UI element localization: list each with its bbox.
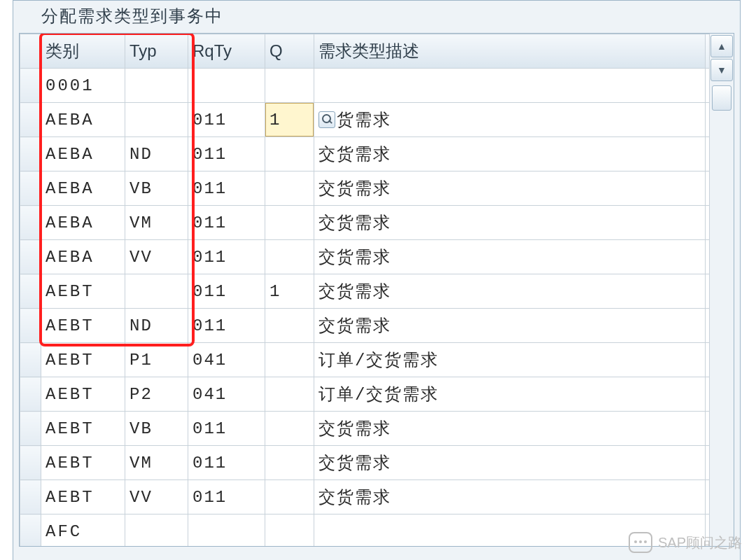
col-rqty[interactable]: RqTy: [188, 34, 265, 69]
table-row: AEBTP2041订单/交货需求: [20, 377, 734, 412]
table-header-row: 类别 Typ RqTy Q 需求类型描述: [20, 34, 734, 69]
cell-desc-text: 货需求: [337, 111, 391, 130]
cell-q[interactable]: [265, 69, 314, 103]
cell-rqty[interactable]: 011: [188, 274, 265, 309]
cell-q[interactable]: [265, 514, 314, 547]
cell-desc[interactable]: 交货需求: [314, 274, 706, 309]
cell-desc[interactable]: 货需求: [314, 103, 706, 137]
cell-category[interactable]: AEBT: [41, 412, 125, 446]
cell-typ[interactable]: VB: [125, 412, 188, 446]
cell-desc[interactable]: [314, 69, 706, 103]
col-typ[interactable]: Typ: [125, 34, 188, 69]
cell-category[interactable]: AEBT: [41, 274, 125, 309]
cell-desc[interactable]: 交货需求: [314, 137, 706, 172]
cell-desc[interactable]: 交货需求: [314, 240, 706, 274]
cell-rqty[interactable]: 011: [188, 309, 265, 343]
cell-rqty[interactable]: [188, 69, 265, 103]
cell-typ[interactable]: [125, 274, 188, 309]
cell-category[interactable]: 0001: [41, 69, 125, 103]
cell-rqty[interactable]: [188, 514, 265, 547]
cell-typ[interactable]: P2: [125, 377, 188, 412]
cell-rqty[interactable]: 011: [188, 103, 265, 137]
cell-typ[interactable]: ND: [125, 309, 188, 343]
cell-typ[interactable]: [125, 103, 188, 137]
cell-category[interactable]: AEBA: [41, 172, 125, 206]
cell-q[interactable]: [265, 172, 314, 206]
requirement-type-table: 类别 Typ RqTy Q 需求类型描述 0001AEBA0111货需求AEBA…: [20, 34, 734, 547]
scroll-up-button[interactable]: ▲: [710, 35, 733, 57]
cell-typ[interactable]: VV: [125, 240, 188, 274]
row-selector[interactable]: [20, 309, 41, 343]
cell-desc[interactable]: 交货需求: [314, 309, 706, 343]
cell-desc[interactable]: 交货需求: [314, 412, 706, 446]
row-selector[interactable]: [20, 137, 41, 172]
cell-desc[interactable]: 交货需求: [314, 480, 706, 514]
row-selector[interactable]: [20, 514, 41, 547]
cell-q[interactable]: [265, 309, 314, 343]
row-selector[interactable]: [20, 480, 41, 514]
cell-category[interactable]: AEBT: [41, 377, 125, 412]
cell-q[interactable]: [265, 446, 314, 480]
cell-category[interactable]: AEBA: [41, 240, 125, 274]
cell-rqty[interactable]: 041: [188, 377, 265, 412]
cell-desc[interactable]: 订单/交货需求: [314, 343, 706, 377]
cell-rqty[interactable]: 011: [188, 480, 265, 514]
col-desc[interactable]: 需求类型描述: [314, 34, 706, 69]
row-selector[interactable]: [20, 274, 41, 309]
row-selector-header[interactable]: [20, 34, 41, 69]
cell-desc[interactable]: 订单/交货需求: [314, 377, 706, 412]
cell-rqty[interactable]: 011: [188, 137, 265, 172]
cell-q-active[interactable]: 1: [265, 103, 314, 137]
cell-rqty[interactable]: 011: [188, 412, 265, 446]
cell-category[interactable]: AEBT: [41, 446, 125, 480]
row-selector[interactable]: [20, 103, 41, 137]
cell-q[interactable]: [265, 343, 314, 377]
cell-q[interactable]: [265, 206, 314, 240]
cell-rqty[interactable]: 041: [188, 343, 265, 377]
row-selector[interactable]: [20, 206, 41, 240]
cell-desc[interactable]: [314, 514, 706, 547]
col-category[interactable]: 类别: [41, 34, 125, 69]
row-selector[interactable]: [20, 172, 41, 206]
cell-rqty[interactable]: 011: [188, 240, 265, 274]
cell-typ[interactable]: ND: [125, 137, 188, 172]
scroll-down-button[interactable]: ▼: [710, 59, 733, 81]
cell-typ[interactable]: VM: [125, 446, 188, 480]
cell-desc[interactable]: 交货需求: [314, 206, 706, 240]
cell-q[interactable]: [265, 240, 314, 274]
vertical-scrollbar[interactable]: ▲ ▼: [709, 34, 734, 546]
cell-rqty[interactable]: 011: [188, 446, 265, 480]
row-selector[interactable]: [20, 377, 41, 412]
cell-typ[interactable]: VM: [125, 206, 188, 240]
cell-q[interactable]: [265, 137, 314, 172]
value-help-icon[interactable]: [318, 111, 335, 128]
row-selector[interactable]: [20, 240, 41, 274]
cell-category[interactable]: AEBA: [41, 206, 125, 240]
cell-category[interactable]: AEBA: [41, 103, 125, 137]
cell-category[interactable]: AEBT: [41, 480, 125, 514]
cell-q[interactable]: 1: [265, 274, 314, 309]
cell-q[interactable]: [265, 412, 314, 446]
cell-desc[interactable]: 交货需求: [314, 446, 706, 480]
row-selector[interactable]: [20, 69, 41, 103]
cell-category[interactable]: AEBA: [41, 137, 125, 172]
cell-typ[interactable]: VB: [125, 172, 188, 206]
col-q[interactable]: Q: [265, 34, 314, 69]
cell-rqty[interactable]: 011: [188, 206, 265, 240]
cell-desc[interactable]: 交货需求: [314, 172, 706, 206]
scroll-thumb[interactable]: [712, 85, 732, 111]
cell-q[interactable]: [265, 480, 314, 514]
cell-category[interactable]: AEBT: [41, 343, 125, 377]
row-selector[interactable]: [20, 343, 41, 377]
cell-typ[interactable]: P1: [125, 343, 188, 377]
cell-typ[interactable]: [125, 514, 188, 547]
cell-category[interactable]: AEBT: [41, 309, 125, 343]
row-selector[interactable]: [20, 446, 41, 480]
table-row: AEBAND011交货需求: [20, 137, 734, 172]
row-selector[interactable]: [20, 412, 41, 446]
cell-rqty[interactable]: 011: [188, 172, 265, 206]
cell-typ[interactable]: VV: [125, 480, 188, 514]
cell-typ[interactable]: [125, 69, 188, 103]
cell-q[interactable]: [265, 377, 314, 412]
cell-category[interactable]: AFC: [41, 514, 125, 547]
